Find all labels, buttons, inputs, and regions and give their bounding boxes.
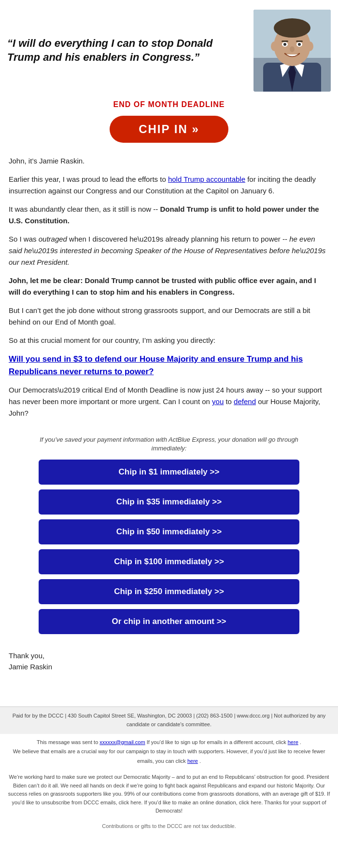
deadline-text: END OF MONTH DEADLINE: [113, 100, 225, 108]
footer-legal: We’re working hard to make sure we prote…: [0, 770, 338, 820]
para4: John, let me be clear: Donald Trump cann…: [9, 275, 329, 298]
para1: Earlier this year, I was proud to lead t…: [9, 174, 329, 197]
header-quote: “I will do everything I can to stop Dona…: [7, 37, 254, 64]
link-hold-trump[interactable]: hold Trump accountable: [168, 175, 245, 183]
big-link[interactable]: Will you send in $3 to defend our House …: [9, 353, 329, 378]
deadline-bar: END OF MONTH DEADLINE: [0, 96, 338, 112]
actblue-note: If you’ve saved your payment information…: [39, 435, 299, 453]
link-defend[interactable]: defend: [234, 397, 256, 406]
link-you[interactable]: you: [212, 397, 224, 406]
chip-in-button-wrapper: CHIP IN »: [0, 112, 338, 150]
para6: So at this crucial moment for our countr…: [9, 335, 329, 346]
svg-rect-16: [296, 41, 303, 42]
svg-point-9: [271, 41, 278, 51]
svg-rect-15: [282, 41, 288, 42]
fewer-emails-text: We believe that emails are a crucial way…: [13, 748, 325, 764]
header-photo: [254, 10, 331, 92]
header-section: “I will do everything I can to stop Dona…: [0, 0, 338, 96]
para5: But I can’t get the job done without str…: [9, 305, 329, 328]
signup-text: If you’d like to sign up for emails in a…: [147, 739, 286, 745]
donate-35-button[interactable]: Chip in $35 immediately >>: [39, 489, 299, 515]
svg-point-14: [298, 43, 301, 46]
sign-off-line2: Jamie Raskin: [9, 663, 329, 671]
outraged: outraged: [39, 235, 67, 243]
donate-other-button[interactable]: Or chip in another amount >>: [39, 609, 299, 634]
email-body: John, it’s Jamie Raskin. Earlier this ye…: [0, 150, 338, 431]
footer-paid-for: Paid for by the DCCC | 430 South Capitol…: [0, 706, 338, 733]
svg-point-8: [274, 18, 310, 38]
fewer-emails-link[interactable]: here: [187, 758, 198, 764]
donate-50-button[interactable]: Chip in $50 immediately >>: [39, 519, 299, 544]
para2: It was abundantly clear then, as it stil…: [9, 203, 329, 227]
donate-250-button[interactable]: Chip in $250 immediately >>: [39, 579, 299, 604]
svg-point-17: [290, 46, 295, 52]
para2-bold: Donald Trump is unfit to hold power unde…: [9, 205, 319, 225]
svg-point-10: [307, 41, 313, 51]
donate-100-button[interactable]: Chip in $100 immediately >>: [39, 549, 299, 574]
greeting: John, it’s Jamie Raskin.: [9, 155, 329, 167]
photo-placeholder: [254, 10, 331, 92]
message-sent-label: This message was sent to: [37, 739, 98, 745]
donation-buttons: Chip in $1 immediately >> Chip in $35 im…: [0, 460, 338, 644]
sign-off-line1: Thank you,: [9, 651, 329, 660]
footer-links: This message was sent to xxxxxx@gmail.co…: [0, 734, 338, 770]
footer-email[interactable]: xxxxxx@gmail.com: [99, 739, 145, 745]
chip-in-button[interactable]: CHIP IN »: [110, 116, 228, 143]
donate-1-button[interactable]: Chip in $1 immediately >>: [39, 460, 299, 485]
para7: Our Democrats\u2019 critical End of Mont…: [9, 384, 329, 419]
sign-off: Thank you, Jamie Raskin: [0, 644, 338, 678]
svg-point-13: [283, 43, 286, 46]
footer-not-deductible: Contributions or gifts to the DCCC are n…: [0, 820, 338, 837]
para3: So I was outraged when I discovered he\u…: [9, 233, 329, 268]
signup-here-link[interactable]: here: [288, 739, 298, 745]
